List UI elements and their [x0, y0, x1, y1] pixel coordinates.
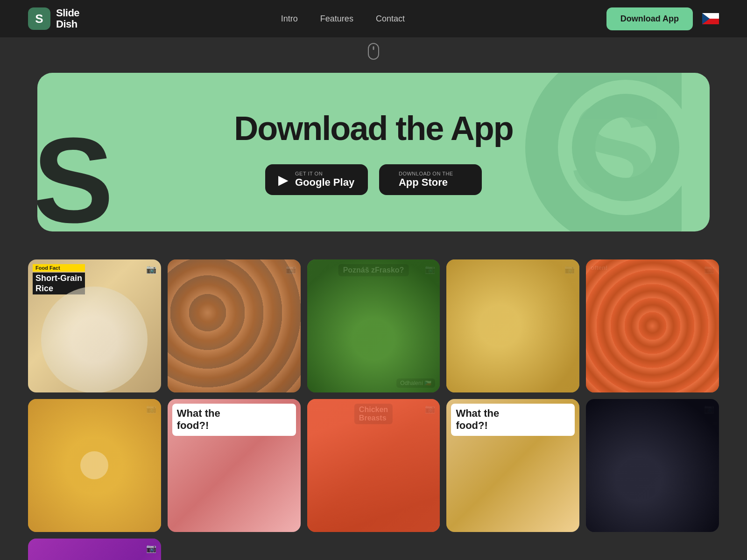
grid-item-4-inner: 📷 — [446, 259, 579, 392]
grid-item-1-inner: Food Fact Short-GrainRice 📷 — [28, 259, 161, 392]
app-store-big: App Store — [399, 176, 453, 189]
logo-line1: Slide — [56, 7, 79, 19]
mouse-scroll-icon — [368, 43, 379, 60]
navbar: S Slide Dish Intro Features Contact Down… — [0, 0, 747, 37]
logo-line2: Dish — [56, 19, 79, 30]
grid-item-10-inner: 📷 — [586, 399, 719, 532]
grid-item-7-inner: 📷 What thefood?! — [168, 399, 301, 532]
camera-icon-1: 📷 — [146, 264, 156, 274]
google-play-small: GET IT ON — [295, 171, 354, 176]
food-fact-tag: Food Fact — [33, 264, 85, 272]
grid-item-5-inner: 📷 often! — [586, 259, 719, 392]
grid-item-2[interactable]: 📷 — [168, 259, 301, 392]
grid-item-11[interactable]: 📷 — [28, 539, 161, 560]
nav-contact[interactable]: Contact — [376, 14, 405, 24]
content-grid: Food Fact Short-GrainRice 📷 📷 📷 Poznáš z… — [28, 259, 719, 560]
nav-features[interactable]: Features — [320, 14, 353, 24]
grid-item-1[interactable]: Food Fact Short-GrainRice 📷 — [28, 259, 161, 392]
google-play-big: Google Play — [295, 176, 354, 189]
app-store-button[interactable]: Download on the App Store — [379, 164, 482, 195]
grid-item-10[interactable]: 📷 — [586, 399, 719, 532]
svg-point-5 — [584, 105, 668, 189]
grid-item-3[interactable]: 📷 Poznáš zFrasko? Odhalení 🇨🇿 — [307, 259, 440, 392]
logo[interactable]: S Slide Dish — [28, 7, 79, 30]
grid-item-9[interactable]: 📷 What thefood?! — [446, 399, 579, 532]
grid-item-6[interactable]: 📷 — [28, 399, 161, 532]
grid-item-8[interactable]: 📷 ChickenBreasts — [307, 399, 440, 532]
svg-text:S: S — [37, 129, 113, 231]
what-food-badge-7: What thefood?! — [172, 404, 296, 436]
grid-item-2-inner: 📷 — [168, 259, 301, 392]
hero-content: Download the App ▶ GET IT ON Google Play… — [234, 109, 513, 195]
grid-item-8-inner: 📷 ChickenBreasts — [307, 399, 440, 532]
grid-item-5[interactable]: 📷 often! — [586, 259, 719, 392]
grid-item-3-inner: 📷 Poznáš zFrasko? Odhalení 🇨🇿 — [307, 259, 440, 392]
what-food-badge-9: What thefood?! — [451, 404, 575, 436]
app-store-text: Download on the App Store — [399, 171, 453, 189]
app-store-small: Download on the — [399, 171, 453, 176]
google-play-button[interactable]: ▶ GET IT ON Google Play — [265, 164, 368, 195]
hero-banner: S S Download the App ▶ GET IT ON Google … — [37, 73, 710, 231]
grid-item-7[interactable]: 📷 What thefood?! — [168, 399, 301, 532]
nav-links: Intro Features Contact — [281, 14, 405, 24]
hero-right-decor: S — [495, 73, 682, 231]
nav-right: Download App — [606, 7, 719, 30]
grid-item-6-inner: 📷 — [28, 399, 161, 532]
grid-item-4[interactable]: 📷 — [446, 259, 579, 392]
grid-item-11-inner: 📷 — [28, 539, 161, 560]
svg-text:S: S — [570, 76, 657, 222]
logo-text: Slide Dish — [56, 7, 79, 30]
hero-left-decor: S — [37, 129, 121, 231]
nav-intro[interactable]: Intro — [281, 14, 298, 24]
language-flag[interactable] — [702, 13, 719, 24]
hero-title: Download the App — [234, 109, 513, 147]
scroll-indicator — [0, 37, 747, 63]
camera-icon-11: 📷 — [146, 543, 156, 553]
grid-item-9-inner: 📷 What thefood?! — [446, 399, 579, 532]
google-play-text: GET IT ON Google Play — [295, 171, 354, 189]
google-play-icon: ▶ — [278, 172, 289, 188]
logo-icon: S — [28, 7, 50, 30]
svg-point-4 — [542, 73, 682, 231]
hero-buttons: ▶ GET IT ON Google Play Download on the … — [234, 164, 513, 195]
nav-download-button[interactable]: Download App — [606, 7, 693, 30]
